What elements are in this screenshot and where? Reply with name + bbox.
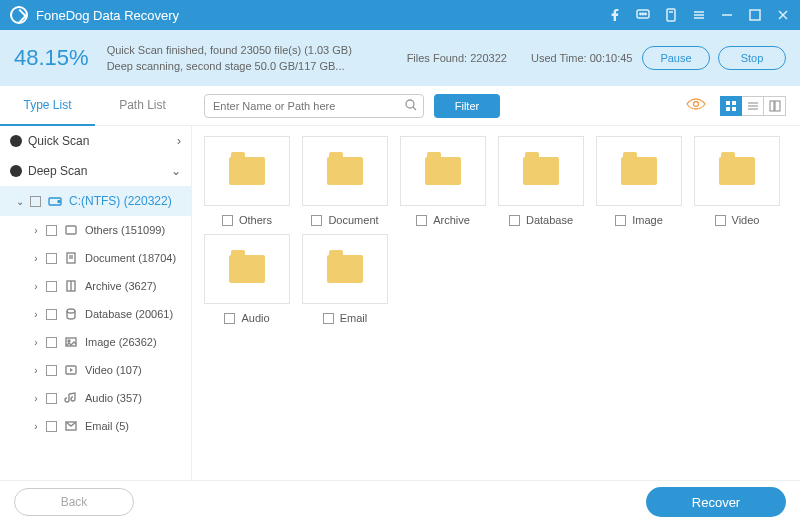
folder-thumbnail (596, 136, 682, 206)
tile-label: Image (632, 214, 663, 226)
toolbar: Type List Path List Filter (0, 86, 800, 126)
checkbox[interactable] (323, 313, 334, 324)
checkbox[interactable] (46, 393, 57, 404)
sidebar-deep-scan[interactable]: Deep Scan ⌄ (0, 156, 191, 186)
folder-tile[interactable]: Image (594, 136, 684, 226)
maximize-icon[interactable] (748, 8, 762, 22)
folder-tile[interactable]: Database (496, 136, 586, 226)
chevron-right-icon (30, 393, 42, 404)
folder-thumbnail (400, 136, 486, 206)
search-input[interactable] (204, 94, 424, 118)
folder-thumbnail (498, 136, 584, 206)
checkbox[interactable] (311, 215, 322, 226)
checkbox[interactable] (416, 215, 427, 226)
folder-tile[interactable]: Others (202, 136, 292, 226)
chevron-right-icon (30, 253, 42, 264)
svg-rect-10 (750, 10, 760, 20)
folder-thumbnail (204, 136, 290, 206)
status-line-2: Deep scanning, second stage 50.0 GB/117 … (107, 60, 407, 72)
sidebar-item[interactable]: Database (20061) (0, 300, 191, 328)
tab-path-list[interactable]: Path List (95, 86, 190, 126)
checkbox[interactable] (46, 365, 57, 376)
tile-label: Document (328, 214, 378, 226)
footer: Back Recover (0, 480, 800, 523)
sidebar-item[interactable]: Document (18704) (0, 244, 191, 272)
folder-icon (327, 157, 363, 185)
search-wrapper (204, 94, 424, 118)
filter-button[interactable]: Filter (434, 94, 500, 118)
folder-icon (523, 157, 559, 185)
preview-icon[interactable] (686, 97, 706, 115)
chevron-right-icon (30, 421, 42, 432)
svg-point-3 (645, 13, 646, 14)
view-list-button[interactable] (742, 96, 764, 116)
svg-rect-24 (775, 101, 780, 111)
checkbox[interactable] (46, 421, 57, 432)
checkbox[interactable] (509, 215, 520, 226)
sidebar-item[interactable]: Image (26362) (0, 328, 191, 356)
status-bar: 48.15% Quick Scan finished, found 23050 … (0, 30, 800, 86)
sidebar-item-label: Image (26362) (85, 336, 157, 348)
sidebar-quick-scan[interactable]: Quick Scan › (0, 126, 191, 156)
category-icon (63, 223, 79, 237)
close-icon[interactable] (776, 8, 790, 22)
svg-rect-16 (726, 101, 730, 105)
sidebar-item[interactable]: Audio (357) (0, 384, 191, 412)
status-line-1: Quick Scan finished, found 23050 file(s)… (107, 44, 407, 56)
chevron-down-icon (14, 196, 26, 207)
files-found: Files Found: 220322 (407, 52, 507, 64)
folder-icon (621, 157, 657, 185)
category-icon (63, 419, 79, 433)
stop-button[interactable]: Stop (718, 46, 786, 70)
menu-icon[interactable] (692, 8, 706, 22)
sidebar-item[interactable]: Archive (3627) (0, 272, 191, 300)
sidebar-item[interactable]: Others (151099) (0, 216, 191, 244)
pause-button[interactable]: Pause (642, 46, 710, 70)
folder-tile[interactable]: Document (300, 136, 390, 226)
folder-tile[interactable]: Email (300, 234, 390, 324)
back-button[interactable]: Back (14, 488, 134, 516)
checkbox[interactable] (46, 281, 57, 292)
sidebar-item-label: Video (107) (85, 364, 142, 376)
recover-button[interactable]: Recover (646, 487, 786, 517)
chevron-right-icon: › (177, 134, 181, 148)
sidebar-drive[interactable]: C:(NTFS) (220322) (0, 186, 191, 216)
tile-label: Video (732, 214, 760, 226)
checkbox[interactable] (715, 215, 726, 226)
checkbox[interactable] (46, 253, 57, 264)
checkbox[interactable] (224, 313, 235, 324)
folder-tile[interactable]: Video (692, 136, 782, 226)
view-grid-button[interactable] (720, 96, 742, 116)
sidebar-item[interactable]: Email (5) (0, 412, 191, 440)
tab-type-list[interactable]: Type List (0, 86, 95, 126)
svg-point-2 (642, 13, 643, 14)
svg-rect-4 (667, 9, 675, 21)
view-mode-group (720, 96, 786, 116)
bullet-icon (10, 135, 22, 147)
minimize-icon[interactable] (720, 8, 734, 22)
folder-tile[interactable]: Archive (398, 136, 488, 226)
tile-label: Audio (241, 312, 269, 324)
chevron-right-icon (30, 225, 42, 236)
app-title: FoneDog Data Recovery (36, 8, 608, 23)
sidebar-item[interactable]: Video (107) (0, 356, 191, 384)
checkbox[interactable] (615, 215, 626, 226)
view-detail-button[interactable] (764, 96, 786, 116)
checkbox[interactable] (30, 196, 41, 207)
facebook-icon[interactable] (608, 8, 622, 22)
folder-tile[interactable]: Audio (202, 234, 292, 324)
feedback-icon[interactable] (636, 8, 650, 22)
scan-percent: 48.15% (14, 45, 89, 71)
checkbox[interactable] (46, 337, 57, 348)
register-icon[interactable] (664, 8, 678, 22)
category-icon (63, 391, 79, 405)
checkbox[interactable] (46, 225, 57, 236)
svg-point-35 (68, 340, 70, 342)
folder-icon (425, 157, 461, 185)
search-icon[interactable] (404, 98, 418, 116)
sidebar: Quick Scan › Deep Scan ⌄ C:(NTFS) (22032… (0, 126, 192, 480)
checkbox[interactable] (46, 309, 57, 320)
drive-icon (47, 194, 63, 208)
tile-label: Email (340, 312, 368, 324)
checkbox[interactable] (222, 215, 233, 226)
